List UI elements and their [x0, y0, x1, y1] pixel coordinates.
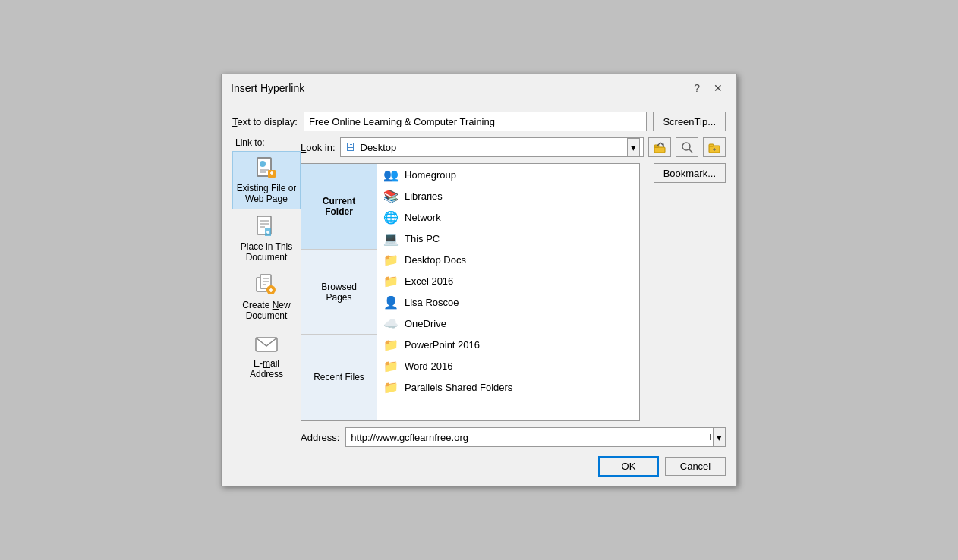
svg-line-27 [689, 149, 692, 153]
insert-hyperlink-dialog: Insert Hyperlink ? ✕ Text to display: Sc… [221, 74, 737, 486]
lookin-value: Desktop [361, 142, 622, 153]
cancel-button[interactable]: Cancel [665, 457, 726, 476]
link-item-new[interactable]: Create NewDocument [232, 268, 301, 326]
list-item[interactable]: 👥Homegroup [377, 164, 639, 185]
file-item-name: Libraries [405, 190, 443, 202]
existing-file-label: Existing File orWeb Page [237, 183, 297, 204]
list-item[interactable]: 📁Desktop Docs [377, 249, 639, 270]
link-item-place[interactable]: Place in ThisDocument [232, 209, 301, 268]
lookin-newfolder-btn[interactable] [703, 137, 726, 157]
address-input[interactable] [346, 430, 709, 445]
bookmark-button[interactable]: Bookmark... [654, 163, 726, 183]
file-item-name: Network [405, 212, 441, 223]
email-icon [254, 332, 279, 356]
file-item-name: Lisa Roscoe [405, 297, 459, 308]
list-item[interactable]: 📁PowerPoint 2016 [377, 334, 639, 355]
link-item-existing[interactable]: Existing File orWeb Page [232, 151, 301, 209]
library-icon: 📚 [383, 188, 399, 203]
folder-icon: 📁 [383, 358, 399, 373]
lookin-search-btn[interactable] [676, 137, 698, 157]
folder-icon: 📁 [383, 337, 399, 352]
right-buttons: Bookmark... [646, 163, 726, 421]
user-icon: 👤 [383, 294, 399, 310]
screentip-button[interactable]: ScreenTip... [653, 112, 726, 131]
link-to-panel: Link to: Exis [232, 137, 301, 477]
link-to-label: Link to: [232, 137, 265, 148]
svg-point-2 [260, 161, 266, 167]
email-address-label: E-mail Address [236, 358, 297, 379]
folder-icon: 📁 [383, 379, 399, 395]
network-icon: 🌐 [383, 209, 399, 225]
list-item[interactable]: 👤Lisa Roscoe [377, 291, 639, 313]
file-browser: CurrentFolder BrowsedPages Recent Files … [301, 163, 640, 421]
file-item-name: Homegroup [405, 169, 456, 181]
list-item[interactable]: ☁️OneDrive [377, 313, 639, 334]
create-new-icon [254, 273, 279, 297]
lookin-dropdown-btn[interactable]: ▾ [627, 138, 640, 156]
address-label: Address: [301, 432, 339, 443]
list-item[interactable]: 📁Word 2016 [377, 355, 639, 376]
svg-rect-24 [654, 147, 665, 153]
text-display-input[interactable] [304, 112, 647, 131]
svg-point-26 [682, 143, 690, 150]
existing-file-icon [254, 156, 279, 181]
file-item-name: Excel 2016 [405, 275, 453, 287]
list-item[interactable]: 🌐Network [377, 206, 639, 228]
address-row: Address: I ▾ [301, 427, 726, 447]
create-new-label: Create NewDocument [242, 300, 290, 321]
title-bar: Insert Hyperlink ? ✕ [222, 74, 736, 102]
file-item-name: This PC [405, 233, 440, 244]
right-content: Look in: 🖥 Desktop ▾ [301, 137, 726, 477]
list-item[interactable]: 💻This PC [377, 228, 639, 249]
browser-area: CurrentFolder BrowsedPages Recent Files … [301, 163, 726, 421]
address-input-wrap: I ▾ [345, 427, 726, 447]
list-item[interactable]: 📁Parallels Shared Folders [377, 376, 639, 398]
list-item[interactable]: 📚Libraries [377, 185, 639, 206]
homegroup-icon: 👥 [383, 167, 399, 182]
nav-recent-files[interactable]: Recent Files [301, 335, 377, 420]
file-item-name: OneDrive [405, 318, 446, 329]
place-in-doc-label: Place in ThisDocument [241, 241, 292, 263]
text-display-label: Text to display: [232, 116, 298, 127]
main-area: Link to: Exis [232, 137, 726, 477]
file-item-name: PowerPoint 2016 [405, 339, 480, 351]
action-row: OK Cancel [301, 453, 726, 477]
help-button[interactable]: ? [689, 80, 704, 96]
file-list[interactable]: 👥Homegroup📚Libraries🌐Network💻This PC📁Des… [377, 164, 639, 420]
close-button[interactable]: ✕ [709, 80, 727, 96]
folder-icon: 📁 [383, 252, 399, 267]
lookin-up-btn[interactable] [648, 137, 671, 157]
lookin-select[interactable]: 🖥 Desktop ▾ [340, 137, 644, 157]
nav-browsed-pages[interactable]: BrowsedPages [301, 250, 377, 335]
lookin-label: Look in: [301, 142, 336, 153]
link-item-email[interactable]: E-mail Address [232, 326, 301, 385]
file-item-name: Word 2016 [405, 360, 452, 372]
onedrive-icon: ☁️ [383, 316, 399, 331]
lookin-row: Look in: 🖥 Desktop ▾ [301, 137, 726, 157]
nav-current-folder[interactable]: CurrentFolder [301, 164, 377, 250]
nav-panel: CurrentFolder BrowsedPages Recent Files [301, 164, 377, 420]
address-dropdown-btn[interactable]: ▾ [713, 428, 725, 446]
folder-icon: 📁 [383, 273, 399, 288]
svg-rect-29 [709, 144, 714, 146]
list-item[interactable]: 📁Excel 2016 [377, 270, 639, 291]
text-display-row: Text to display: ScreenTip... [232, 112, 726, 131]
dialog-body: Text to display: ScreenTip... Link to: [222, 102, 736, 486]
ok-button[interactable]: OK [598, 456, 659, 477]
title-bar-controls: ? ✕ [689, 80, 727, 96]
dialog-title: Insert Hyperlink [231, 82, 304, 94]
computer-icon: 💻 [383, 231, 399, 246]
file-item-name: Parallels Shared Folders [405, 382, 512, 393]
lookin-folder-icon: 🖥 [344, 140, 356, 154]
file-item-name: Desktop Docs [405, 254, 466, 266]
place-in-doc-icon [254, 215, 279, 239]
